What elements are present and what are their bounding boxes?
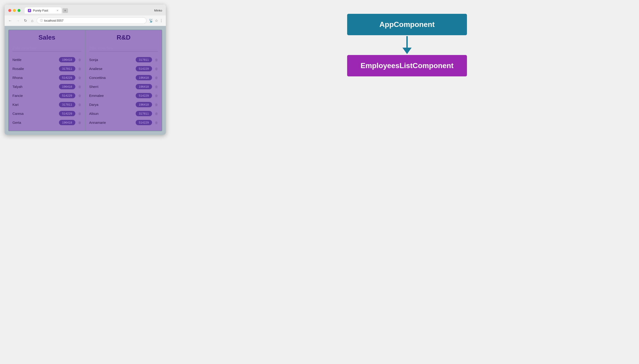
employee-name: Sherri — [89, 85, 133, 88]
table-row: Sonja 317811 🗑 — [89, 55, 158, 64]
sales-input[interactable] — [13, 45, 81, 52]
cast-icon[interactable]: 📡 — [149, 18, 153, 23]
table-row: Rhona 514229 🗑 — [13, 73, 81, 82]
employee-badge: 514229 — [59, 111, 75, 116]
sales-panel: Sales Nettle 196418 🗑 Rosalie 317811 🗑 R… — [9, 30, 85, 131]
delete-icon[interactable]: 🗑 — [78, 58, 81, 62]
user-label: Minko — [154, 9, 162, 12]
delete-icon[interactable]: 🗑 — [78, 67, 81, 71]
employee-badge: 196418 — [59, 57, 75, 62]
employee-name: Analiese — [89, 67, 133, 71]
rd-input[interactable] — [89, 45, 158, 52]
employee-name: Rhona — [13, 76, 56, 80]
browser-content: Sales Nettle 196418 🗑 Rosalie 317811 🗑 R… — [5, 26, 166, 135]
employee-name: Darya — [89, 102, 133, 106]
diagram-arrow — [402, 36, 412, 54]
url-bar[interactable]: ⓘ localhost:5557 — [37, 17, 146, 24]
employee-name: Kari — [13, 102, 56, 106]
employee-badge: 317811 — [59, 102, 75, 107]
table-row: Kari 317811 🗑 — [13, 100, 81, 109]
table-row: Annamarie 514229 🗑 — [89, 118, 158, 127]
employee-badge: 196418 — [136, 84, 152, 89]
employee-name: Talyah — [13, 85, 56, 88]
employee-name: Alisun — [89, 112, 133, 116]
employee-badge: 196418 — [59, 120, 75, 125]
table-row: Talyah 196418 🗑 — [13, 82, 81, 91]
component-diagram: AppComponent EmployeesListComponent — [180, 4, 634, 86]
tab-close-button[interactable]: × — [57, 9, 58, 12]
table-row: Sherri 196418 🗑 — [89, 82, 158, 91]
employee-badge: 196418 — [136, 102, 152, 107]
browser-titlebar: A Purely Fast × + Minko — [5, 4, 166, 16]
delete-icon[interactable]: 🗑 — [155, 121, 158, 124]
delete-icon[interactable]: 🗑 — [78, 112, 81, 116]
employee-name: Gerta — [13, 120, 56, 124]
tab-favicon: A — [28, 9, 31, 12]
table-row: Alisun 317811 🗑 — [89, 109, 158, 118]
employee-badge: 514229 — [136, 93, 152, 98]
table-row: Analiese 514229 🗑 — [89, 64, 158, 73]
back-button[interactable]: ← — [7, 18, 13, 23]
url-security-icon: ⓘ — [40, 19, 43, 22]
minimize-button[interactable] — [13, 9, 16, 12]
employee-badge: 514229 — [136, 120, 152, 125]
table-row: Gerta 196418 🗑 — [13, 118, 81, 127]
maximize-button[interactable] — [18, 9, 21, 12]
delete-icon[interactable]: 🗑 — [78, 121, 81, 124]
tab-title: Purely Fast — [33, 9, 48, 12]
employee-name: Annamarie — [89, 120, 133, 124]
delete-icon[interactable]: 🗑 — [155, 94, 158, 98]
close-button[interactable] — [8, 9, 11, 12]
delete-icon[interactable]: 🗑 — [155, 85, 158, 88]
table-row: Nettle 196418 🗑 — [13, 55, 81, 64]
rd-panel: R&D Sonja 317811 🗑 Analiese 514229 🗑 Con… — [85, 30, 162, 131]
employee-badge: 317811 — [136, 111, 152, 116]
toolbar-actions: 📡 ☆ ⋮ — [149, 18, 163, 23]
employees-component-label: EmployeesListComponent — [360, 62, 454, 70]
employee-badge: 196418 — [59, 84, 75, 89]
browser-window: A Purely Fast × + Minko ← → ↻ ⌂ ⓘ localh… — [5, 4, 166, 135]
delete-icon[interactable]: 🗑 — [78, 85, 81, 88]
delete-icon[interactable]: 🗑 — [155, 58, 158, 62]
employee-name: Emmalee — [89, 94, 133, 98]
table-row: Emmalee 514229 🗑 — [89, 91, 158, 100]
url-text: localhost:5557 — [44, 19, 64, 22]
employee-name: Rosalie — [13, 67, 56, 71]
employee-name: Nettle — [13, 58, 56, 62]
reload-button[interactable]: ↻ — [23, 18, 28, 23]
new-tab-button[interactable]: + — [62, 8, 68, 13]
traffic-lights — [8, 9, 21, 12]
employee-badge: 317811 — [59, 66, 75, 71]
table-row: Rosalie 317811 🗑 — [13, 64, 81, 73]
employee-badge: 196418 — [136, 75, 152, 80]
forward-button[interactable]: → — [15, 18, 21, 23]
employees-component-box: EmployeesListComponent — [347, 55, 467, 76]
app-component-box: AppComponent — [347, 14, 467, 35]
app-container: Sales Nettle 196418 🗑 Rosalie 317811 🗑 R… — [8, 30, 162, 131]
delete-icon[interactable]: 🗑 — [155, 103, 158, 106]
menu-icon[interactable]: ⋮ — [159, 18, 163, 23]
delete-icon[interactable]: 🗑 — [78, 76, 81, 80]
delete-icon[interactable]: 🗑 — [78, 103, 81, 106]
delete-icon[interactable]: 🗑 — [155, 67, 158, 71]
browser-toolbar: ← → ↻ ⌂ ⓘ localhost:5557 📡 ☆ ⋮ — [5, 16, 166, 26]
table-row: Darya 196418 🗑 — [89, 100, 158, 109]
employee-badge: 317811 — [136, 57, 152, 62]
sales-title: Sales — [13, 34, 81, 41]
bookmark-icon[interactable]: ☆ — [155, 18, 158, 23]
employee-name: Caresa — [13, 112, 56, 116]
table-row: Concettina 196418 🗑 — [89, 73, 158, 82]
browser-tab[interactable]: A Purely Fast × — [25, 7, 62, 14]
employee-name: Concettina — [89, 76, 133, 80]
delete-icon[interactable]: 🗑 — [155, 76, 158, 80]
table-row: Fancie 514229 🗑 — [13, 91, 81, 100]
arrow-head — [402, 48, 412, 54]
arrow-line — [406, 36, 408, 48]
delete-icon[interactable]: 🗑 — [155, 112, 158, 116]
delete-icon[interactable]: 🗑 — [78, 94, 81, 98]
employee-badge: 514229 — [59, 93, 75, 98]
rd-title: R&D — [89, 34, 158, 41]
home-button[interactable]: ⌂ — [30, 18, 34, 23]
employee-name: Sonja — [89, 58, 133, 62]
employee-name: Fancie — [13, 94, 56, 98]
